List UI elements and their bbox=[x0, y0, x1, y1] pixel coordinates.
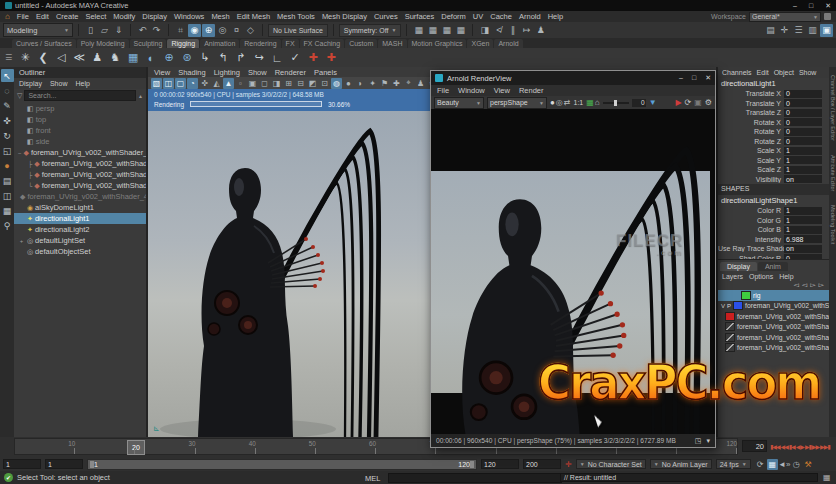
menu-item[interactable]: Cache bbox=[490, 12, 512, 21]
render-icon[interactable]: ▦ bbox=[454, 24, 467, 37]
menu-item[interactable]: Mesh Tools bbox=[277, 12, 315, 21]
shelf-tool-icon[interactable]: ≪ bbox=[72, 50, 86, 65]
symmetry-select[interactable]: Symmetry: Off ▼ bbox=[339, 24, 402, 37]
arnold-tool-icon[interactable]: ▦ bbox=[586, 98, 594, 107]
shelf-tab[interactable]: MASH bbox=[378, 39, 406, 48]
menu-item[interactable]: Mesh bbox=[211, 12, 229, 21]
zoom-ratio-button[interactable]: 1:1 bbox=[574, 99, 584, 106]
playback-option-icon[interactable]: ◷ bbox=[791, 459, 802, 470]
anim-layer-select[interactable]: ▼ No Anim Layer bbox=[650, 459, 712, 469]
attribute-value-field[interactable]: on bbox=[784, 245, 822, 253]
shelf-tab[interactable]: Poly Modeling bbox=[77, 39, 129, 48]
viewport-toggle-icon[interactable]: ▫ bbox=[235, 78, 246, 89]
toolbox-tool-icon[interactable]: ◱ bbox=[1, 144, 14, 157]
undo-redo-icon[interactable]: ↷ bbox=[150, 24, 163, 37]
viewport-toggle-icon[interactable]: ✜ bbox=[199, 78, 210, 89]
sidebar-toggle-icon[interactable]: ▥ bbox=[806, 24, 819, 37]
menu-item[interactable]: Help bbox=[548, 12, 563, 21]
playback-end-field[interactable]: 120 bbox=[481, 459, 519, 469]
sidebar-toggle-icon[interactable]: ▣ bbox=[820, 24, 833, 37]
shelf-menu-icon[interactable]: ☰ bbox=[5, 53, 12, 62]
playback-button[interactable]: ▶▮ bbox=[805, 443, 811, 450]
menu-item[interactable]: Arnold bbox=[519, 12, 541, 21]
camera-select[interactable]: perspShape ▼ bbox=[487, 97, 547, 109]
attribute-value-field[interactable]: on bbox=[784, 175, 822, 183]
mel-command-input[interactable] bbox=[388, 473, 562, 483]
gear-icon[interactable]: ⚙ bbox=[705, 98, 712, 107]
maximize-button[interactable]: □ bbox=[809, 2, 813, 10]
render-icon[interactable]: ▦ bbox=[412, 24, 425, 37]
playback-button[interactable]: ▶ bbox=[800, 443, 804, 450]
outliner-item[interactable]: ◎ defaultObjectSet bbox=[14, 246, 146, 257]
snap-icon[interactable]: ¤ bbox=[230, 24, 243, 37]
viewport-toggle-icon[interactable]: ⌖ bbox=[403, 78, 414, 89]
shelf-tool-icon[interactable]: ♞ bbox=[108, 50, 122, 65]
menu-item[interactable]: Curves bbox=[374, 12, 398, 21]
playback-button[interactable]: ▮◀◀ bbox=[770, 443, 780, 450]
shelf-tab[interactable]: Arnold bbox=[494, 39, 522, 48]
shelf-tool-icon[interactable]: ✚ bbox=[306, 50, 320, 65]
snap-icon[interactable]: ◉ bbox=[188, 24, 201, 37]
viewport-toggle-icon[interactable]: ▧ bbox=[151, 78, 162, 89]
menu-item[interactable]: Mesh Display bbox=[322, 12, 367, 21]
snap-icon[interactable]: ⌗ bbox=[174, 24, 187, 37]
expand-icon[interactable]: − bbox=[18, 150, 22, 156]
attribute-value-field[interactable]: 0 bbox=[784, 137, 822, 145]
menu-item[interactable]: File bbox=[17, 12, 29, 21]
layer-color-swatch[interactable] bbox=[725, 322, 735, 331]
layer-row[interactable]: foreman_UVrig_v002_withShad bbox=[718, 322, 829, 333]
live-surface-button[interactable]: No Live Surface bbox=[268, 24, 328, 37]
layer-row[interactable]: foreman_UVrig_v002_withShad bbox=[718, 343, 829, 354]
viewport-toggle-icon[interactable]: ▲ bbox=[223, 78, 234, 89]
outliner-item[interactable]: ✦ directionalLight1 bbox=[14, 213, 146, 224]
arnold-status-icon[interactable]: ▾ bbox=[706, 437, 710, 445]
viewport-toggle-icon[interactable]: ⊞ bbox=[283, 78, 294, 89]
channel-box-menu-item[interactable]: Channels bbox=[722, 69, 752, 76]
attribute-value-field[interactable]: 0 bbox=[784, 99, 822, 107]
playback-start-field[interactable]: 1 bbox=[45, 459, 83, 469]
arnold-menu-item[interactable]: Render bbox=[519, 86, 544, 95]
arnold-close-button[interactable]: ✕ bbox=[705, 74, 711, 82]
viewport-toggle-icon[interactable]: ◻ bbox=[259, 78, 270, 89]
arnold-status-icon[interactable]: ◳ bbox=[695, 437, 702, 445]
layer-color-swatch[interactable] bbox=[741, 291, 751, 300]
range-slider[interactable]: 1 120 bbox=[87, 459, 477, 470]
shelf-tool-icon[interactable]: ↰ bbox=[216, 50, 230, 65]
shelf-tool-icon[interactable]: ↳ bbox=[198, 50, 212, 65]
sidebar-toggle-icon[interactable]: ☰ bbox=[792, 24, 805, 37]
aov-select[interactable]: Beauty ▼ bbox=[434, 97, 484, 109]
channel-box-menu-item[interactable]: Edit bbox=[757, 69, 769, 76]
attribute-value-field[interactable]: 1 bbox=[784, 207, 822, 215]
layer-row[interactable]: foreman_UVrig_v002_withShad bbox=[718, 332, 829, 343]
arnold-tool-icon[interactable]: ● bbox=[550, 98, 555, 107]
viewport-toggle-icon[interactable]: ◫ bbox=[163, 78, 174, 89]
attribute-value-field[interactable]: 0 bbox=[784, 109, 822, 117]
layer-move-icon[interactable]: ◅ bbox=[793, 281, 798, 290]
viewport-toggle-icon[interactable]: ⊡ bbox=[319, 78, 330, 89]
layer-move-icon[interactable]: ▻ bbox=[819, 281, 824, 290]
viewport-menu-item[interactable]: Shading bbox=[178, 68, 206, 77]
shelf-tool-icon[interactable]: ✓ bbox=[288, 50, 302, 65]
arnold-titlebar[interactable]: Arnold RenderView – □ ✕ bbox=[431, 71, 715, 85]
arnold-menu-item[interactable]: View bbox=[494, 86, 510, 95]
character-icon[interactable]: ∥ bbox=[506, 24, 519, 37]
filter-icon[interactable]: ▽ bbox=[17, 92, 22, 100]
viewport-toggle-icon[interactable]: ▢ bbox=[175, 78, 186, 89]
attribute-value-field[interactable]: 1 bbox=[784, 216, 822, 224]
snap-icon[interactable]: ◇ bbox=[244, 24, 257, 37]
toolbox-tool-icon[interactable]: ✎ bbox=[1, 99, 14, 112]
channel-box-menu-item[interactable]: Show bbox=[799, 69, 817, 76]
shelf-tab[interactable]: Curves / Surfaces bbox=[12, 39, 76, 48]
current-time-field[interactable]: 20 bbox=[742, 440, 767, 452]
toolbox-tool-icon[interactable]: ↖ bbox=[1, 69, 14, 82]
character-icon[interactable]: ♟ bbox=[534, 24, 547, 37]
playback-button[interactable]: ▶▶ bbox=[812, 443, 819, 450]
playback-button[interactable]: ▮◀ bbox=[789, 443, 795, 450]
sidebar-vertical-tab[interactable]: Attribute Editor bbox=[830, 155, 836, 191]
shelf-tool-icon[interactable]: ⊛ bbox=[180, 50, 194, 65]
scroll-up-icon[interactable]: ▲ bbox=[138, 93, 143, 99]
shelf-tab[interactable]: Animation bbox=[200, 39, 239, 48]
attribute-value-field[interactable]: 1 bbox=[784, 226, 822, 234]
attribute-value-field[interactable]: 0 bbox=[784, 128, 822, 136]
shelf-tool-icon[interactable]: ⊕ bbox=[162, 50, 176, 65]
